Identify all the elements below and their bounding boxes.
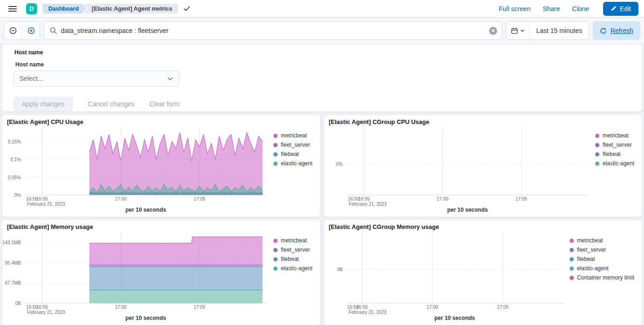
dashboard-panel: [Elastic Agent] CGroup CPU Usage 0% 16:5… (324, 115, 642, 217)
legend-item[interactable]: metricbeat (273, 131, 312, 140)
legend-label: filebeat (281, 256, 299, 262)
chart-body: 0B47.7MB95.4MB143.1MB 16:5016:5517:0017:… (2, 231, 320, 325)
legend-label: metricbeat (603, 132, 629, 139)
query-input[interactable]: data_stream.namespace : fleetserver ✕ (44, 21, 502, 40)
menu-icon[interactable] (6, 3, 20, 14)
panel-title: [Elastic Agent] Memory usage (2, 220, 320, 231)
legend-item[interactable]: fleet_server (273, 140, 312, 150)
legend-label: fleet_server (577, 247, 606, 253)
legend-dot-icon (273, 162, 278, 166)
legend-label: fleet_server (281, 142, 310, 148)
x-axis-date-label: February 21, 2023 (27, 202, 65, 207)
x-tick-label: 17:05 (194, 305, 206, 310)
legend-item[interactable]: fleet_server (273, 245, 312, 254)
calendar-icon (511, 27, 518, 34)
dashboard-panel: [Elastic Agent] CGroup Memory usage 0B 1… (324, 220, 642, 325)
y-tick-label: 0% (336, 161, 343, 166)
panel-title: [Elastic Agent] CGroup CPU Usage (324, 115, 642, 126)
x-tick-label: 16:55 (356, 305, 368, 310)
chart-plot[interactable] (346, 232, 563, 303)
refresh-icon (600, 27, 607, 34)
x-tick-label: 16:55 (358, 196, 370, 202)
legend-dot-icon (595, 134, 599, 138)
x-axis-title: per 10 seconds (25, 207, 267, 215)
space-avatar[interactable]: D (26, 3, 37, 14)
legend-item[interactable]: metricbeat (595, 131, 634, 140)
y-axis: 0B (325, 232, 346, 323)
cancel-changes-button[interactable]: Cancel changes (88, 100, 134, 108)
legend-dot-icon (273, 143, 278, 147)
edit-button[interactable]: Edit (603, 2, 638, 16)
full-screen-link[interactable]: Full screen (498, 5, 530, 13)
x-axis-title: per 10 seconds (346, 207, 589, 215)
x-tick-label: 17:05 (194, 196, 206, 202)
legend-item[interactable]: elastic-agent (570, 264, 634, 273)
x-tick-label: 17:05 (497, 305, 509, 310)
legend-item[interactable]: metricbeat (273, 236, 312, 245)
legend-dot-icon (273, 248, 278, 252)
legend-dot-icon (273, 239, 278, 243)
chart-plot[interactable] (25, 127, 267, 195)
dashboard-panel: [Elastic Agent] Memory usage 0B47.7MB95.… (2, 220, 320, 325)
apply-changes-button[interactable]: Apply changes (13, 97, 73, 111)
time-range-value[interactable]: Last 15 minutes (530, 27, 589, 34)
legend-item[interactable]: Container memory limit (570, 273, 634, 282)
chevron-down-icon (167, 77, 173, 80)
chart-legend: metricbeatfleet_serverfilebeatelastic-ag… (267, 232, 317, 323)
legend-item[interactable]: elastic-agent (595, 159, 634, 168)
legend-item[interactable]: filebeat (595, 150, 634, 159)
legend-item[interactable]: fleet_server (570, 245, 634, 254)
control-group-title: Host name (14, 49, 631, 56)
x-tick-label: 17:00 (115, 196, 126, 202)
legend-item[interactable]: elastic-agent (273, 159, 312, 168)
chart-legend: metricbeatfleet_serverfilebeatelastic-ag… (267, 127, 317, 215)
date-picker-menu-button[interactable] (506, 22, 530, 39)
legend-dot-icon (273, 266, 278, 271)
host-name-select[interactable]: Select... (13, 71, 179, 86)
x-axis-title: per 10 seconds (25, 315, 267, 323)
chart-body: 0% 16:5016:5517:0017:05February 21, 2023… (324, 126, 642, 217)
filter-button-group (4, 21, 40, 40)
legend-item[interactable]: elastic-agent (273, 264, 312, 273)
legend-label: fleet_server (603, 142, 632, 148)
x-axis-date-label: February 21, 2023 (27, 310, 65, 315)
share-link[interactable]: Share (543, 5, 560, 13)
x-axis-title: per 10 seconds (346, 315, 563, 323)
chart-legend: metricbeatfleet_serverfilebeatelastic-ag… (563, 232, 639, 323)
y-tick-label: 0B (15, 301, 21, 306)
legend-item[interactable]: fleet_server (595, 140, 634, 150)
filters-menu-button[interactable] (4, 22, 22, 39)
x-axis: 16:5016:5517:0017:05February 21, 2023 (25, 195, 267, 207)
legend-item[interactable]: filebeat (570, 254, 634, 264)
legend-item[interactable]: filebeat (273, 150, 312, 159)
legend-label: metricbeat (281, 132, 307, 139)
legend-item[interactable]: filebeat (273, 254, 312, 264)
clone-link[interactable]: Clone (572, 5, 589, 13)
legend-label: filebeat (603, 151, 621, 157)
breadcrumb-current[interactable]: [Elastic Agent] Agent metrics (83, 4, 178, 14)
chart-plot[interactable] (346, 127, 589, 195)
legend-label: metricbeat (577, 237, 603, 244)
chart-body: 0%0.05%0.1%0.15% 16:5016:5517:0017:05Feb… (2, 126, 320, 217)
legend-label: elastic-agent (281, 265, 312, 272)
x-tick-label: 17:00 (437, 196, 448, 202)
y-tick-label: 143.1MB (2, 240, 21, 245)
chart-plot[interactable] (25, 232, 267, 303)
legend-label: elastic-agent (603, 160, 634, 167)
y-tick-label: 95.4MB (5, 260, 21, 265)
x-axis: 16:5016:5517:0017:05February 21, 2023 (346, 303, 563, 315)
clear-query-button[interactable]: ✕ (489, 27, 497, 35)
y-axis: 0% (325, 127, 346, 215)
y-axis: 0B47.7MB95.4MB143.1MB (3, 232, 25, 323)
date-picker: Last 15 minutes (506, 21, 589, 40)
legend-dot-icon (273, 152, 278, 156)
y-tick-label: 0.15% (8, 139, 21, 144)
clear-form-button[interactable]: Clear form (149, 100, 179, 108)
x-axis-date-label: February 21, 2023 (349, 202, 387, 207)
x-axis: 16:5016:5517:0017:05February 21, 2023 (346, 195, 589, 207)
refresh-button[interactable]: Refresh (593, 21, 640, 40)
breadcrumb-dashboard[interactable]: Dashboard (43, 4, 86, 14)
legend-label: fleet_server (281, 247, 310, 253)
add-filter-button[interactable] (22, 22, 40, 39)
legend-item[interactable]: metricbeat (570, 236, 634, 245)
